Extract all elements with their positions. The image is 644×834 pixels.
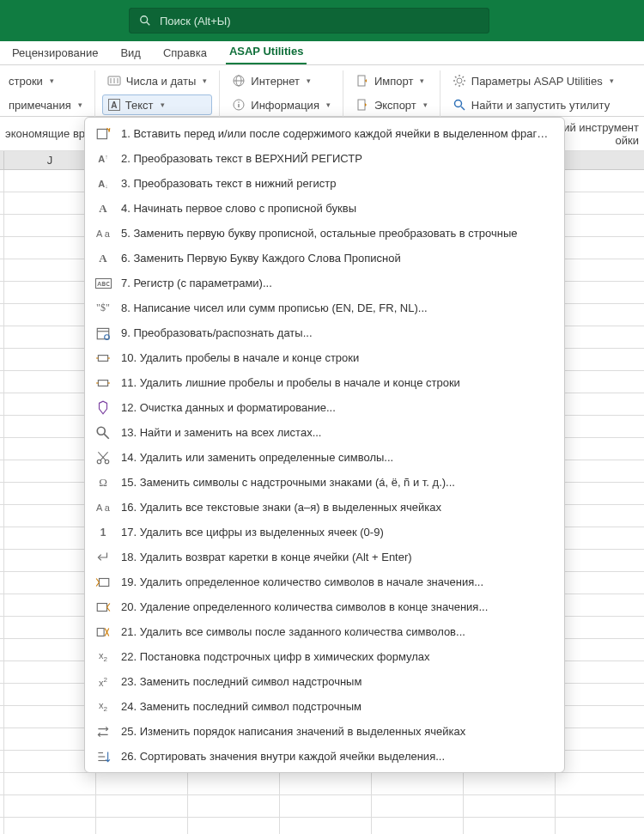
svg-point-23	[454, 100, 461, 107]
svg-rect-44	[97, 603, 106, 611]
money-icon: "$"	[95, 301, 111, 316]
svg-line-36	[104, 434, 109, 439]
numbers-dates-button[interactable]: Числа и даты▾	[102, 70, 213, 91]
tab-view[interactable]: Вид	[117, 46, 144, 64]
notes-button[interactable]: примечания▾	[3, 94, 88, 115]
menu-item-6[interactable]: A6. Заменить Первую Букву Каждого Слова …	[87, 246, 562, 271]
menu-item-label: 24. Заменить последний символ подстрочны…	[121, 700, 361, 713]
title-bar: Поиск (Alt+Ы)	[0, 0, 644, 41]
info-icon	[232, 98, 246, 112]
find-run-button[interactable]: Найти и запустить утилиту	[447, 94, 619, 115]
svg-rect-12	[358, 76, 365, 86]
menu-item-1[interactable]: 1. Вставить перед и/или после содержимог…	[87, 121, 562, 146]
search-box[interactable]: Поиск (Alt+Ы)	[129, 8, 489, 33]
menu-item-label: 2. Преобразовать текст в ВЕРХНИЙ РЕГИСТР	[121, 152, 362, 165]
menu-item-19[interactable]: 19. Удалить определенное количество симв…	[87, 569, 562, 594]
menu-item-9[interactable]: 9. Преобразовать/распознать даты...	[87, 320, 562, 345]
chevron-down-icon: ▾	[203, 76, 207, 85]
svg-rect-32	[98, 380, 107, 386]
sup-icon: x2	[95, 674, 111, 690]
menu-item-label: 6. Заменить Первую Букву Каждого Слова П…	[121, 252, 401, 265]
cut-icon	[95, 450, 111, 466]
ribbon: строки▾ примечания▾ Числа и даты▾ A Текс…	[0, 65, 644, 117]
menu-item-label: 21. Удалить все символы после заданного …	[121, 625, 465, 638]
menu-item-label: 18. Удалить возврат каретки в конце ячей…	[121, 551, 412, 563]
trim-icon	[95, 350, 111, 366]
omega-icon: Ω	[95, 475, 111, 490]
menu-item-17[interactable]: 117. Удалить все цифры из выделенных яче…	[87, 520, 562, 545]
menu-item-18[interactable]: 18. Удалить возврат каретки в конце ячей…	[87, 545, 562, 569]
menu-item-10[interactable]: 10. Удалить пробелы в начале и конце стр…	[87, 345, 562, 370]
ribbon-separator	[94, 70, 95, 119]
rows-button[interactable]: строки▾	[3, 70, 88, 91]
col-header[interactable]: J	[4, 151, 96, 169]
search-icon	[453, 98, 466, 112]
menu-item-11[interactable]: 11. Удалить лишние пробелы и пробелы в н…	[87, 370, 562, 395]
menu-item-label: 8. Написание чисел или сумм прописью (EN…	[121, 301, 428, 314]
menu-item-12[interactable]: 12. Очистка данных и форматирование...	[87, 395, 562, 420]
svg-point-0	[141, 16, 148, 23]
globe-icon	[232, 74, 246, 88]
clean-icon	[95, 400, 111, 416]
reverse-icon	[95, 724, 111, 740]
menu-item-24[interactable]: x224. Заменить последний символ подстроч…	[87, 694, 562, 719]
one-icon: 1	[95, 525, 111, 540]
menu-item-15[interactable]: Ω15. Заменить символы с надстрочными зна…	[87, 470, 562, 495]
menu-item-8[interactable]: "$"8. Написание чисел или сумм прописью …	[87, 295, 562, 320]
import-button[interactable]: Импорт▾	[350, 70, 433, 91]
menu-item-13[interactable]: 13. Найти и заменить на всех листах...	[87, 420, 562, 445]
information-button[interactable]: Информация▾	[227, 94, 336, 115]
Aa-icon: A a	[95, 226, 111, 241]
menu-item-14[interactable]: 14. Удалить или заменить определенные си…	[87, 445, 562, 470]
menu-item-22[interactable]: x222. Постановка подстрочных цифр в хими…	[87, 644, 562, 669]
menu-item-26[interactable]: 26. Сортировать значения внутри каждой я…	[87, 744, 562, 769]
menu-item-label: 25. Изменить порядок написания значений …	[121, 725, 465, 738]
Aa-icon: A a	[95, 500, 111, 515]
menu-item-25[interactable]: 25. Изменить порядок написания значений …	[87, 719, 562, 744]
export-button[interactable]: Экспорт▾	[350, 94, 433, 115]
svg-point-14	[457, 78, 462, 83]
menu-item-5[interactable]: A a5. Заменить первую букву прописной, о…	[87, 221, 562, 246]
table-row[interactable]	[0, 818, 644, 834]
ribbon-separator	[440, 70, 440, 119]
sub-icon: x2	[95, 699, 111, 715]
svg-point-11	[239, 101, 240, 103]
svg-line-1	[147, 22, 150, 26]
search-icon	[95, 425, 111, 441]
menu-item-label: 26. Сортировать значения внутри каждой я…	[121, 750, 445, 763]
svg-rect-47	[97, 628, 104, 636]
menu-item-23[interactable]: x223. Заменить последний символ надстроч…	[87, 669, 562, 694]
delR-icon	[95, 600, 111, 615]
menu-item-16[interactable]: A a16. Удалить все текстовые знаки (a–я)…	[87, 495, 562, 520]
menu-item-label: 22. Постановка подстрочных цифр в химиче…	[121, 650, 430, 663]
upper-icon: A↑	[95, 151, 111, 167]
svg-rect-25	[97, 129, 106, 138]
lower-icon: A↓	[95, 176, 111, 192]
table-row[interactable]	[0, 795, 644, 818]
table-row[interactable]	[0, 773, 644, 795]
numbers-icon	[107, 74, 121, 88]
sort-icon	[95, 749, 111, 764]
menu-item-7[interactable]: ᴀʙᴄ7. Регистр (с параметрами)...	[87, 271, 562, 295]
menu-item-2[interactable]: A↑2. Преобразовать текст в ВЕРХНИЙ РЕГИС…	[87, 146, 562, 171]
chevron-down-icon: ▾	[161, 100, 165, 109]
menu-item-label: 3. Преобразовать текст в нижний регистр	[121, 177, 336, 190]
internet-button[interactable]: Интернет▾	[227, 70, 336, 91]
svg-line-22	[462, 76, 464, 78]
svg-line-19	[455, 76, 457, 78]
menu-item-label: 20. Удаление определенного количества си…	[121, 600, 488, 613]
gear-icon	[453, 74, 466, 88]
tab-asap-utilities[interactable]: ASAP Utilities	[226, 45, 307, 64]
menu-item-4[interactable]: A4. Начинать первое слово с прописной бу…	[87, 196, 562, 221]
menu-item-20[interactable]: 20. Удаление определенного количества си…	[87, 594, 562, 619]
menu-item-label: 14. Удалить или заменить определенные си…	[121, 451, 393, 464]
menu-item-3[interactable]: A↓3. Преобразовать текст в нижний регист…	[87, 171, 562, 196]
text-a-icon: A	[108, 99, 120, 111]
asap-params-button[interactable]: Параметры ASAP Utilities▾	[447, 70, 619, 91]
menu-item-label: 16. Удалить все текстовые знаки (a–я) в …	[121, 501, 441, 514]
text-button[interactable]: A Текст▾	[102, 94, 213, 115]
ribbon-separator	[219, 70, 220, 119]
tab-review[interactable]: Рецензирование	[9, 46, 101, 64]
menu-item-21[interactable]: 21. Удалить все символы после заданного …	[87, 619, 562, 644]
tab-help[interactable]: Справка	[160, 46, 210, 64]
